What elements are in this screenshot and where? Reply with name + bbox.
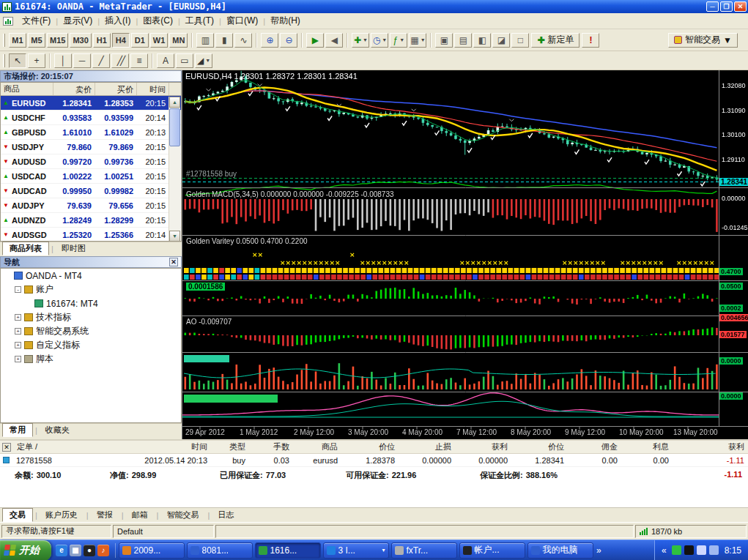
collapse-minus-icon[interactable]: - [15, 286, 21, 293]
market-watch-column-headers[interactable]: 商品 卖价 买价 时间 [1, 83, 181, 96]
tile-windows-icon[interactable]: ▤ [454, 33, 472, 48]
task-button-2[interactable]: 1616... [255, 542, 321, 559]
column-ask[interactable]: 买价 [95, 83, 137, 95]
vline-tool-icon[interactable]: │ [54, 53, 72, 68]
terminal-column-8[interactable]: 价位 [511, 441, 568, 452]
quick-launch-media-icon[interactable]: ♪ [97, 545, 109, 556]
cascade-windows-icon[interactable]: ▣ [435, 33, 453, 48]
price-chart-canvas[interactable] [182, 70, 748, 439]
fibonacci-tool-icon[interactable]: ≡ [130, 53, 148, 68]
zoom-in-icon[interactable]: ⊕ [261, 33, 278, 48]
terminal-tab-1[interactable]: 账户历史 [39, 509, 84, 521]
terminal-tab-3[interactable]: 邮箱 [125, 509, 155, 521]
scrollbar-thumb[interactable] [169, 108, 180, 146]
timeframe-m1-button[interactable]: M1 [9, 33, 26, 48]
task-button-6[interactable]: 我的电脑 [527, 542, 593, 559]
fullscreen-icon[interactable]: □ [511, 33, 529, 48]
timeframe-m5-button[interactable]: M5 [28, 33, 45, 48]
market-watch-scrollbar[interactable]: ▲ ▼ [169, 97, 180, 242]
terminal-tab-5[interactable]: 日志 [211, 509, 240, 521]
terminal-column-4[interactable]: 商品 [293, 441, 341, 452]
cursor-tool-icon[interactable]: ↖ [9, 53, 26, 68]
terminal-column-6[interactable]: 止损 [399, 441, 455, 452]
nav-item-expert-advisors[interactable]: +智能交易系统 [1, 324, 181, 338]
timeframe-m15-button[interactable]: M15 [47, 33, 68, 48]
expand-plus-icon[interactable]: + [15, 328, 21, 335]
market-watch-row-audjpy[interactable]: ▼AUDJPY79.63979.65620:15 [1, 198, 181, 213]
toolbar-grip[interactable] [3, 34, 5, 47]
tray-collapse-chevron-icon[interactable]: « [662, 545, 667, 556]
trendline-tool-icon[interactable]: ╱ [92, 53, 110, 68]
terminal-close-icon[interactable]: ✕ [2, 443, 11, 452]
market-watch-row-audnzd[interactable]: ▲AUDNZD1.282491.2829920:15 [1, 213, 181, 228]
menu-item-4[interactable]: 工具(T) [180, 13, 219, 29]
quick-launch-qq-icon[interactable]: ● [84, 545, 95, 556]
terminal-toggle-icon[interactable]: ◪ [492, 33, 510, 48]
navigator-close-icon[interactable]: ✕ [169, 258, 178, 266]
indicators-list-icon[interactable]: ƒ▼ [390, 33, 407, 48]
text-tool-icon[interactable]: A [157, 53, 174, 68]
timeframe-h4-button[interactable]: H4 [112, 33, 130, 48]
task-button-0[interactable]: 2009... [119, 542, 185, 559]
new-order-plus-icon[interactable]: ✚▼ [352, 33, 369, 48]
menu-item-6[interactable]: 帮助(H) [265, 13, 306, 29]
title-bar[interactable]: 161674: OANDA - MetaTrader - [EURUSD,H4]… [0, 0, 748, 13]
task-button-4[interactable]: fxTr... [391, 542, 457, 559]
market-watch-tab-0[interactable]: 商品列表 [2, 242, 49, 255]
crosshair-tool-icon[interactable]: + [28, 53, 45, 68]
zoom-out-icon[interactable]: ⊖ [280, 33, 297, 48]
start-button[interactable]: 开始 [0, 540, 51, 560]
quick-launch-ie-icon[interactable]: e [56, 545, 67, 556]
period-clock-icon[interactable]: ◷▼ [371, 33, 388, 48]
expand-plus-icon[interactable]: + [15, 356, 21, 362]
terminal-column-11[interactable]: 获利 [673, 441, 748, 452]
open-order-row[interactable]: 127815582012.05.14 20:13buy0.03eurusd1.2… [0, 454, 748, 467]
nav-item-custom-indicators[interactable]: +自定义指标 [1, 338, 181, 352]
auto-scroll-icon[interactable]: ▶ [306, 33, 324, 48]
column-time[interactable]: 时间 [137, 83, 169, 95]
taskbar-clock[interactable]: 8:15 [725, 545, 741, 556]
timeframe-h1-button[interactable]: H1 [93, 33, 111, 48]
status-profile[interactable]: Default [113, 525, 214, 538]
terminal-tab-4[interactable]: 智能交易 [160, 509, 205, 521]
task-button-1[interactable]: 8081... [187, 542, 253, 559]
menu-item-5[interactable]: 窗口(W) [221, 13, 263, 29]
terminal-column-10[interactable]: 利息 [621, 441, 673, 452]
navigator-tab-0[interactable]: 常用 [2, 423, 33, 437]
template-icon[interactable]: ▦▼ [409, 33, 426, 48]
timeframe-mn-button[interactable]: MN [169, 33, 188, 48]
alert-icon[interactable]: ! [582, 33, 599, 48]
terminal-column-1[interactable]: 时间 [123, 441, 211, 452]
minimize-button[interactable]: ─ [706, 1, 719, 12]
terminal-tab-2[interactable]: 警报 [90, 509, 119, 521]
navigator-tab-1[interactable]: 收藏夹 [39, 424, 76, 436]
nav-item-oanda-mt4[interactable]: OANDA - MT4 [1, 269, 181, 283]
bar-chart-icon[interactable]: ▥ [196, 33, 214, 48]
market-watch-tab-1[interactable]: 即时图 [55, 242, 92, 255]
chart-window-icon[interactable] [3, 17, 13, 26]
terminal-column-2[interactable]: 类型 [211, 441, 249, 452]
toolbar-grip[interactable] [3, 54, 5, 67]
nav-item-indicators[interactable]: +技术指标 [1, 310, 181, 324]
market-watch-row-usdjpy[interactable]: ▼USDJPY79.86079.86920:15 [1, 140, 181, 154]
close-button[interactable]: ✕ [734, 1, 747, 12]
market-watch-row-eurusd[interactable]: ▲EURUSD1.283411.2835320:15 [1, 96, 181, 111]
menu-item-0[interactable]: 文件(F) [17, 13, 56, 29]
terminal-column-5[interactable]: 价位 [341, 441, 399, 452]
menu-item-2[interactable]: 插入(I) [100, 13, 136, 29]
nav-item-scripts[interactable]: +脚本 [1, 352, 181, 366]
market-watch-row-usdchf[interactable]: ▲USDCHF0.935830.9359920:14 [1, 111, 181, 125]
terminal-column-3[interactable]: 手数 [249, 441, 293, 452]
expert-advisor-button[interactable]: 智能交易 ▼ [668, 33, 738, 48]
column-bid[interactable]: 卖价 [53, 83, 95, 95]
market-watch-row-gbpusd[interactable]: ▲GBPUSD1.610101.6102920:13 [1, 125, 181, 140]
tray-network-icon[interactable] [709, 545, 719, 555]
line-chart-icon[interactable]: ∿ [234, 33, 252, 48]
candlestick-chart-icon[interactable]: ▮ [215, 33, 233, 48]
scroll-up-icon[interactable]: ▲ [169, 97, 180, 108]
terminal-column-headers[interactable]: 定单 /时间类型手数商品价位止损获利价位佣金利息获利 [0, 441, 748, 454]
expand-plus-icon[interactable]: + [15, 314, 21, 321]
tray-qq-icon[interactable] [684, 545, 694, 555]
market-watch-row-audsgd[interactable]: ▼AUDSGD1.253201.2536620:14 [1, 228, 181, 242]
channel-tool-icon[interactable]: ╱╱ [111, 53, 129, 68]
